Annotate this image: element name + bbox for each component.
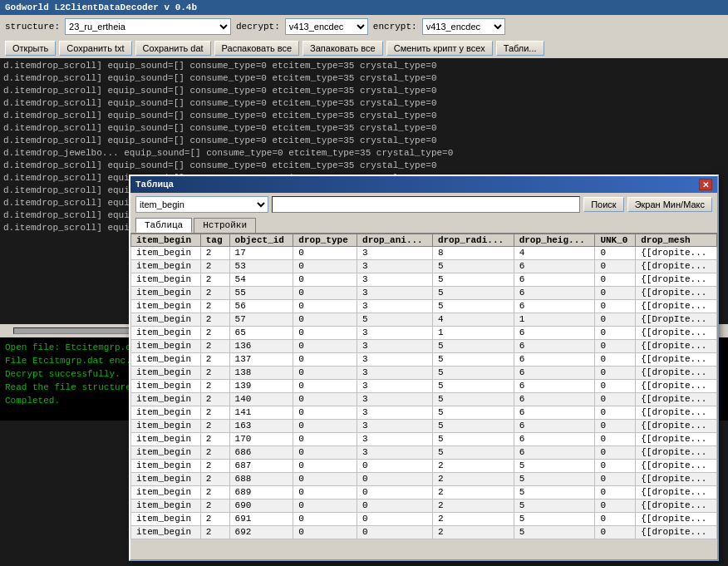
table-button[interactable]: Табли... — [496, 41, 544, 56]
table-cell: 5 — [514, 473, 595, 486]
open-button[interactable]: Открыть — [5, 41, 56, 56]
table-cell: {[dropite... — [636, 433, 717, 446]
table-cell: item_begin — [131, 406, 201, 420]
table-cell: 0 — [595, 406, 636, 420]
table-cell: 0 — [293, 513, 357, 526]
table-cell: item_begin — [131, 367, 201, 380]
table-cell: 0 — [293, 406, 357, 420]
table-cell: 3 — [357, 340, 433, 353]
table-row: item_begin213803560{[dropite... — [131, 367, 717, 380]
table-cell: 0 — [293, 300, 357, 313]
table-cell: item_begin — [131, 353, 201, 367]
table-cell: 0 — [293, 473, 357, 486]
table-cell: 2 — [432, 473, 514, 486]
table-cell: 6 — [514, 446, 595, 460]
table-row: item_begin213903560{[dropite... — [131, 380, 717, 393]
table-cell: 3 — [357, 393, 433, 406]
table-cell: 5 — [432, 446, 514, 460]
table-cell: 6 — [514, 260, 595, 273]
tab-settings[interactable]: Нстройки — [194, 218, 256, 233]
table-row: item_begin25705410{[DropIte... — [131, 313, 717, 327]
table-cell: 2 — [200, 500, 229, 513]
save-txt-button[interactable]: Сохранить txt — [59, 41, 131, 56]
table-header-row: item_begintagobject_iddrop_typedrop_ani.… — [131, 234, 717, 247]
save-dat-button[interactable]: Сохранить dat — [135, 41, 211, 56]
log-line: d.itemdrop_scroll] equip_sound=[] consum… — [0, 135, 728, 147]
dialog-close-button[interactable]: ✕ — [699, 179, 712, 190]
log-line: d.itemdrop_jewelbo... equip_sound=[] con… — [0, 147, 728, 160]
table-cell: item_begin — [131, 287, 201, 300]
table-cell: 0 — [293, 500, 357, 513]
table-cell: 1 — [432, 327, 514, 340]
dialog-search-button[interactable]: Поиск — [583, 197, 623, 212]
dialog-title: Таблица — [135, 180, 174, 189]
table-cell: item_begin — [131, 247, 201, 260]
table-cell: 6 — [514, 340, 595, 353]
table-row: item_begin214003560{[dropite... — [131, 393, 717, 406]
decrypt-select[interactable]: v413_encdec — [285, 18, 368, 35]
table-cell: 3 — [357, 433, 433, 446]
table-cell: 141 — [229, 406, 293, 420]
table-cell: 0 — [595, 273, 636, 287]
table-cell: 0 — [293, 380, 357, 393]
table-cell: 139 — [229, 380, 293, 393]
table-body: item_begin21703840{[dropite...item_begin… — [131, 247, 717, 539]
table-cell: 0 — [293, 433, 357, 446]
dialog-filter-select[interactable]: item_begin — [135, 196, 268, 213]
table-row: item_begin269200250{[dropite... — [131, 526, 717, 539]
table-cell: {[dropite... — [636, 406, 717, 420]
table-cell: 6 — [514, 300, 595, 313]
table-cell: 3 — [357, 247, 433, 260]
dialog-view-button[interactable]: Экран Мин/Макс — [627, 197, 712, 212]
table-cell: 4 — [514, 247, 595, 260]
table-cell: 2 — [200, 367, 229, 380]
table-cell: 0 — [595, 513, 636, 526]
table-cell: {[dropite... — [636, 367, 717, 380]
table-cell: 0 — [595, 486, 636, 500]
encrypt-label: encrypt: — [373, 22, 417, 32]
table-cell: 3 — [357, 300, 433, 313]
table-cell: 0 — [595, 287, 636, 300]
decrypt-label: decrypt: — [236, 22, 280, 32]
table-cell: {[dropite... — [636, 327, 717, 340]
change-crypt-button[interactable]: Сменить крипт у всех — [386, 41, 493, 56]
table-column-header: drop_type — [293, 234, 357, 247]
table-cell: {[dropite... — [636, 247, 717, 260]
table-cell: 2 — [200, 327, 229, 340]
table-cell: 3 — [357, 287, 433, 300]
table-cell: 0 — [293, 353, 357, 367]
table-container[interactable]: item_begintagobject_iddrop_typedrop_ani.… — [130, 234, 717, 549]
pack-all-button[interactable]: Запаковать все — [303, 41, 383, 56]
unpack-all-button[interactable]: Распаковать все — [214, 41, 299, 56]
table-cell: 0 — [595, 420, 636, 433]
table-cell: {[dropite... — [636, 486, 717, 500]
table-cell: item_begin — [131, 500, 201, 513]
table-cell: 2 — [200, 513, 229, 526]
table-cell: {[DropIte... — [636, 313, 717, 327]
table-cell: 2 — [200, 446, 229, 460]
table-cell: 0 — [293, 247, 357, 260]
table-row: item_begin21703840{[dropite... — [131, 247, 717, 260]
table-cell: 1 — [514, 313, 595, 327]
table-cell: 6 — [514, 353, 595, 367]
dialog-search-input[interactable] — [272, 196, 580, 213]
table-cell: 6 — [514, 380, 595, 393]
tab-table[interactable]: Таблица — [135, 218, 192, 233]
table-cell: 3 — [357, 446, 433, 460]
structure-select[interactable]: 23_ru_ertheia — [65, 18, 231, 35]
dialog-title-bar: Таблица ✕ — [130, 176, 717, 193]
table-row: item_begin217003560{[dropite... — [131, 433, 717, 446]
table-cell: 0 — [595, 500, 636, 513]
table-cell: 0 — [595, 473, 636, 486]
table-cell: 2 — [200, 340, 229, 353]
table-row: item_begin214103560{[dropite... — [131, 406, 717, 420]
table-cell: 5 — [514, 500, 595, 513]
table-cell: 54 — [229, 273, 293, 287]
table-cell: {[dropite... — [636, 260, 717, 273]
table-cell: 5 — [432, 340, 514, 353]
table-cell: 163 — [229, 420, 293, 433]
encrypt-select[interactable]: v413_encdec — [422, 18, 505, 35]
table-cell: 5 — [432, 406, 514, 420]
table-row: item_begin213603560{[dropite... — [131, 340, 717, 353]
table-cell: 2 — [200, 273, 229, 287]
